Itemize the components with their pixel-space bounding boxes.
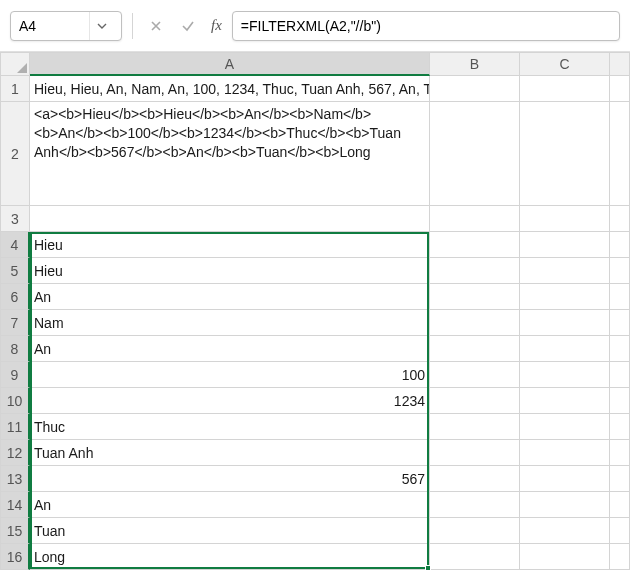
col-header-C[interactable]: C bbox=[520, 52, 610, 76]
formula-input[interactable] bbox=[232, 11, 620, 41]
row-header[interactable]: 12 bbox=[0, 440, 30, 466]
cell[interactable]: 1234 bbox=[30, 388, 430, 414]
cell[interactable] bbox=[520, 544, 610, 570]
cell[interactable] bbox=[610, 466, 630, 492]
row-header[interactable]: 14 bbox=[0, 492, 30, 518]
cancel-button[interactable] bbox=[143, 13, 169, 39]
cell[interactable] bbox=[520, 102, 610, 206]
enter-button[interactable] bbox=[175, 13, 201, 39]
cell[interactable] bbox=[430, 232, 520, 258]
cell[interactable]: Nam bbox=[30, 310, 430, 336]
cell[interactable] bbox=[430, 492, 520, 518]
row-header[interactable]: 10 bbox=[0, 388, 30, 414]
row-header[interactable]: 11 bbox=[0, 414, 30, 440]
col-header-extra[interactable] bbox=[610, 52, 630, 76]
cell[interactable]: Hieu, Hieu, An, Nam, An, 100, 1234, Thuc… bbox=[30, 76, 430, 102]
cell[interactable] bbox=[610, 310, 630, 336]
cell[interactable] bbox=[610, 388, 630, 414]
cell[interactable] bbox=[520, 388, 610, 414]
cell[interactable] bbox=[430, 206, 520, 232]
divider bbox=[132, 13, 133, 39]
cell[interactable] bbox=[610, 258, 630, 284]
cell[interactable] bbox=[610, 336, 630, 362]
row-header[interactable]: 9 bbox=[0, 362, 30, 388]
row-header[interactable]: 7 bbox=[0, 310, 30, 336]
cell[interactable] bbox=[430, 414, 520, 440]
cell[interactable] bbox=[430, 362, 520, 388]
cell[interactable] bbox=[520, 206, 610, 232]
col-header-A[interactable]: A bbox=[30, 52, 430, 76]
cell[interactable] bbox=[520, 258, 610, 284]
cell[interactable]: 100 bbox=[30, 362, 430, 388]
row-header[interactable]: 1 bbox=[0, 76, 30, 102]
cell[interactable] bbox=[430, 544, 520, 570]
cell[interactable] bbox=[520, 232, 610, 258]
row-header[interactable]: 3 bbox=[0, 206, 30, 232]
chevron-down-icon bbox=[97, 21, 107, 31]
fx-icon[interactable]: fx bbox=[207, 17, 226, 34]
cell[interactable] bbox=[430, 310, 520, 336]
cell[interactable] bbox=[520, 440, 610, 466]
cell[interactable]: 567 bbox=[30, 466, 430, 492]
cell[interactable] bbox=[430, 258, 520, 284]
row-header[interactable]: 6 bbox=[0, 284, 30, 310]
cell[interactable] bbox=[430, 284, 520, 310]
cell[interactable] bbox=[610, 414, 630, 440]
cell[interactable] bbox=[610, 232, 630, 258]
cell[interactable] bbox=[520, 414, 610, 440]
cell[interactable] bbox=[520, 310, 610, 336]
cell[interactable] bbox=[610, 206, 630, 232]
row-header[interactable]: 16 bbox=[0, 544, 30, 570]
col-header-B[interactable]: B bbox=[430, 52, 520, 76]
name-box-dropdown[interactable] bbox=[89, 12, 113, 40]
row-header[interactable]: 2 bbox=[0, 102, 30, 206]
cell[interactable] bbox=[520, 492, 610, 518]
cell[interactable] bbox=[610, 492, 630, 518]
sheet-area: ABC1Hieu, Hieu, An, Nam, An, 100, 1234, … bbox=[0, 52, 630, 570]
cell[interactable]: Long bbox=[30, 544, 430, 570]
cell[interactable] bbox=[430, 388, 520, 414]
select-all-corner[interactable] bbox=[0, 52, 30, 76]
cell[interactable] bbox=[520, 284, 610, 310]
cell[interactable] bbox=[430, 102, 520, 206]
cell[interactable] bbox=[610, 102, 630, 206]
cell[interactable] bbox=[430, 336, 520, 362]
row-header[interactable]: 4 bbox=[0, 232, 30, 258]
cell[interactable] bbox=[610, 544, 630, 570]
cell[interactable] bbox=[520, 518, 610, 544]
cell[interactable] bbox=[30, 206, 430, 232]
cell[interactable] bbox=[520, 362, 610, 388]
cell[interactable]: An bbox=[30, 492, 430, 518]
cell[interactable] bbox=[520, 76, 610, 102]
cell[interactable] bbox=[430, 76, 520, 102]
cell[interactable] bbox=[610, 518, 630, 544]
cell[interactable]: Hieu bbox=[30, 232, 430, 258]
row-header[interactable]: 13 bbox=[0, 466, 30, 492]
cell[interactable]: Tuan Anh bbox=[30, 440, 430, 466]
cell[interactable] bbox=[610, 284, 630, 310]
cell[interactable] bbox=[520, 336, 610, 362]
cell[interactable]: Hieu bbox=[30, 258, 430, 284]
cell[interactable] bbox=[430, 440, 520, 466]
name-box[interactable] bbox=[10, 11, 122, 41]
formula-bar-row: fx bbox=[0, 0, 630, 52]
cell[interactable] bbox=[430, 466, 520, 492]
x-icon bbox=[149, 19, 163, 33]
cell[interactable]: Tuan bbox=[30, 518, 430, 544]
cell[interactable] bbox=[610, 362, 630, 388]
cell[interactable] bbox=[610, 440, 630, 466]
grid[interactable]: ABC1Hieu, Hieu, An, Nam, An, 100, 1234, … bbox=[0, 52, 630, 570]
cell[interactable]: <a><b>Hieu</b><b>Hieu</b><b>An</b><b>Nam… bbox=[30, 102, 430, 206]
cell[interactable] bbox=[430, 518, 520, 544]
cell[interactable]: An bbox=[30, 284, 430, 310]
cell[interactable]: Thuc bbox=[30, 414, 430, 440]
cell[interactable] bbox=[610, 76, 630, 102]
row-header[interactable]: 5 bbox=[0, 258, 30, 284]
row-header[interactable]: 8 bbox=[0, 336, 30, 362]
row-header[interactable]: 15 bbox=[0, 518, 30, 544]
check-icon bbox=[181, 19, 195, 33]
cell[interactable] bbox=[520, 466, 610, 492]
name-box-input[interactable] bbox=[11, 18, 89, 34]
cell[interactable]: An bbox=[30, 336, 430, 362]
